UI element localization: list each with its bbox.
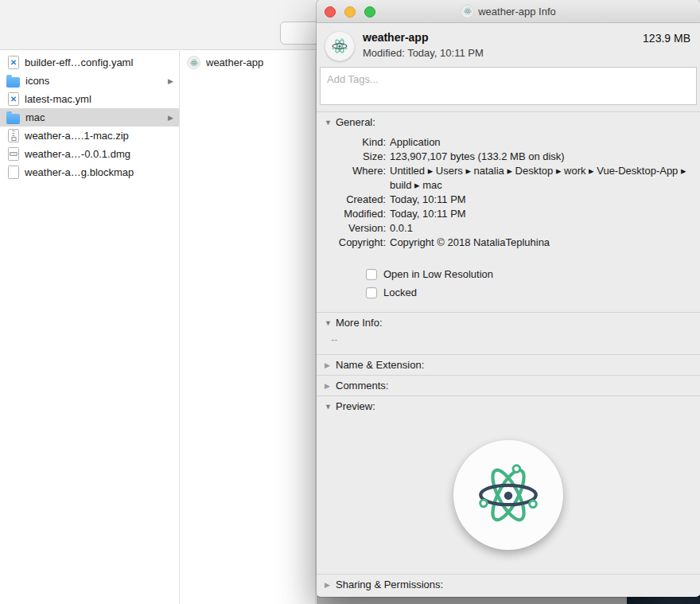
disclosure-open-icon: ▼	[325, 319, 336, 327]
row-value: Copyright © 2018 NataliaTepluhina	[390, 236, 700, 250]
window-title-area: weather-app Info	[461, 5, 556, 18]
checkbox-label: Locked	[383, 286, 417, 298]
add-tags-input[interactable]	[321, 68, 696, 91]
zoom-button[interactable]	[364, 6, 375, 18]
tags-box	[320, 67, 697, 105]
traffic-lights	[325, 6, 384, 18]
folder-row-selected[interactable]: mac ▶	[0, 108, 179, 127]
disclosure-open-icon: ▼	[325, 403, 336, 411]
section-more-info: ▼ More Info: --	[317, 312, 700, 354]
row-value: Today, 10:11 PM	[390, 207, 700, 221]
row-label: Size:	[317, 150, 386, 164]
info-row-kind: Kind:Application	[317, 135, 700, 150]
row-value: 0.0.1	[390, 221, 700, 236]
row-value: 123,907,107 bytes (133.2 MB on disk)	[390, 150, 700, 164]
app-proxy-icon	[461, 5, 474, 18]
open-low-res-checkbox[interactable]	[366, 269, 377, 280]
electron-app-icon	[187, 56, 200, 69]
disclosure-closed-icon: ▶	[325, 581, 336, 589]
info-row-modified: Modified:Today, 10:11 PM	[317, 207, 700, 221]
yaml-file-icon	[8, 56, 19, 69]
modified-line: Modified: Today, 10:11 PM	[363, 47, 484, 59]
file-row[interactable]: weather-a…-0.0.1.dmg	[0, 145, 179, 163]
file-name: weather-a…g.blockmap	[25, 166, 134, 178]
doc-file-icon	[8, 166, 19, 179]
row-label: Created:	[317, 193, 386, 207]
row-label: Kind:	[317, 135, 386, 150]
get-info-window: weather-app Info weather-app Modified: T…	[317, 0, 700, 597]
file-name: builder-eff…config.yaml	[25, 57, 133, 68]
row-value: Today, 10:11 PM	[390, 193, 700, 207]
general-section-header[interactable]: ▼ General:	[317, 112, 700, 132]
close-button[interactable]	[325, 6, 336, 18]
info-row-version: Version:0.0.1	[317, 221, 700, 236]
section-label: Sharing & Permissions:	[336, 579, 443, 590]
info-row-size: Size:123,907,107 bytes (133.2 MB on disk…	[317, 150, 700, 164]
chevron-right-icon: ▶	[168, 114, 173, 122]
row-label: Modified:	[317, 207, 386, 221]
disclosure-open-icon: ▼	[325, 119, 336, 127]
section-sharing: ▶ Sharing & Permissions:	[317, 574, 700, 597]
locked-checkbox[interactable]	[366, 287, 377, 298]
checkbox-label: Open in Low Resolution	[383, 268, 493, 280]
file-row[interactable]: latest-mac.yml	[0, 90, 179, 108]
file-row[interactable]: weather-a….1-mac.zip	[0, 127, 179, 145]
row-label: Copyright:	[317, 236, 386, 250]
electron-preview-icon	[453, 440, 563, 550]
section-label: Name & Extension:	[336, 359, 424, 371]
minimize-button[interactable]	[344, 6, 356, 18]
info-row-copyright: Copyright:Copyright © 2018 NataliaTepluh…	[317, 236, 700, 250]
finder-column-contents: weather-app	[181, 51, 316, 604]
dmg-file-icon	[8, 147, 19, 161]
info-header: weather-app Modified: Today, 10:11 PM 12…	[317, 23, 700, 66]
open-low-res-row: Open in Low Resolution	[366, 265, 700, 283]
file-name: icons	[25, 75, 49, 87]
app-name: weather-app	[363, 31, 484, 44]
section-comments: ▶ Comments:	[317, 375, 700, 396]
file-name: latest-mac.yml	[25, 93, 91, 105]
header-text: weather-app Modified: Today, 10:11 PM	[363, 31, 484, 59]
locked-row: Locked	[366, 283, 700, 302]
more-info-value: --	[331, 333, 700, 345]
sharing-section-header[interactable]: ▶ Sharing & Permissions:	[317, 575, 700, 597]
electron-app-icon	[325, 31, 355, 61]
folder-icon	[6, 114, 20, 124]
app-row[interactable]: weather-app	[181, 53, 315, 72]
zip-file-icon	[8, 129, 19, 142]
finder-column-files: builder-eff…config.yaml icons ▶ latest-m…	[0, 51, 180, 604]
window-shadow-strip	[317, 596, 628, 604]
folder-icon	[6, 77, 20, 88]
row-value: Untitled ▸ Users ▸ natalia ▸ Desktop ▸ w…	[390, 164, 700, 193]
general-rows: Kind:Application Size:123,907,107 bytes …	[317, 135, 700, 250]
disclosure-closed-icon: ▶	[325, 361, 336, 369]
disclosure-closed-icon: ▶	[325, 382, 336, 390]
row-value: Application	[390, 135, 700, 150]
info-row-where: Where:Untitled ▸ Users ▸ natalia ▸ Deskt…	[317, 164, 700, 193]
comments-section-header[interactable]: ▶ Comments:	[317, 376, 700, 396]
file-row[interactable]: builder-eff…config.yaml	[0, 53, 179, 72]
file-name: mac	[25, 111, 45, 123]
preview-section-header[interactable]: ▼ Preview:	[317, 396, 700, 416]
section-label: Preview:	[336, 400, 375, 412]
app-size: 123.9 MB	[643, 31, 690, 45]
yaml-file-icon	[8, 92, 19, 106]
name-extension-section-header[interactable]: ▶ Name & Extension:	[317, 355, 700, 375]
more-info-section-header[interactable]: ▼ More Info:	[317, 313, 700, 333]
section-label: Comments:	[336, 380, 388, 392]
section-general: ▼ General: Kind:Application Size:123,907…	[317, 111, 700, 312]
section-name-extension: ▶ Name & Extension:	[317, 354, 700, 375]
preview-body	[317, 416, 700, 574]
section-preview: ▼ Preview:	[317, 396, 700, 574]
chevron-right-icon: ▶	[168, 77, 173, 85]
screen: builder-eff…config.yaml icons ▶ latest-m…	[0, 0, 700, 604]
titlebar[interactable]: weather-app Info	[317, 0, 700, 23]
section-label: More Info:	[336, 317, 383, 329]
file-row[interactable]: weather-a…g.blockmap	[0, 163, 179, 181]
file-name: weather-a….1-mac.zip	[25, 130, 129, 142]
row-label: Version:	[317, 221, 386, 236]
folder-row[interactable]: icons ▶	[0, 72, 179, 90]
window-title: weather-app Info	[478, 6, 556, 18]
checkbox-group: Open in Low Resolution Locked	[366, 265, 700, 302]
file-name: weather-app	[206, 57, 263, 68]
file-name: weather-a…-0.0.1.dmg	[25, 148, 130, 160]
